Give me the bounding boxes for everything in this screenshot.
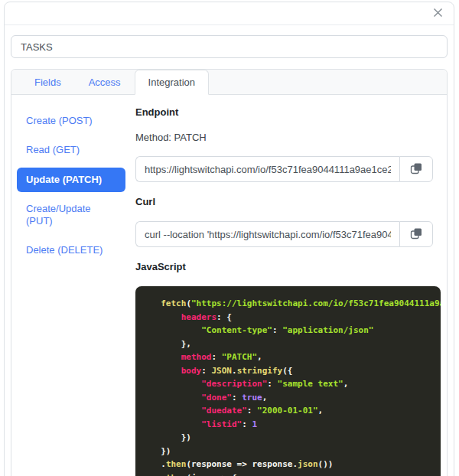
collection-name-input[interactable] [11, 35, 448, 58]
nav-item-create-update-put[interactable]: Create/Update (PUT) [17, 197, 125, 234]
code-block: fetch("https://lightswitchapi.com/io/f53… [135, 286, 441, 476]
integration-panel: Create (POST) Read (GET) Update (PATCH) … [11, 95, 447, 476]
nav-item-delete-delete[interactable]: Delete (DELETE) [17, 238, 125, 262]
copy-endpoint-button[interactable] [399, 156, 433, 182]
curl-command-input[interactable] [135, 221, 399, 247]
api-modal: Fields Access Integration Create (POST) … [4, 2, 454, 476]
nav-item-update-patch[interactable]: Update (PATCH) [17, 168, 125, 192]
copy-curl-button[interactable] [399, 221, 433, 247]
tab-integration[interactable]: Integration [135, 70, 209, 95]
tab-fields[interactable]: Fields [21, 70, 75, 95]
endpoint-url-group [135, 156, 433, 182]
curl-command-group [135, 221, 433, 247]
tab-access[interactable]: Access [75, 70, 135, 95]
modal-header [5, 2, 454, 25]
close-icon [432, 9, 444, 21]
endpoint-url-input[interactable] [135, 156, 399, 182]
curl-heading: Curl [135, 196, 441, 207]
tabs-card: Fields Access Integration Create (POST) … [11, 69, 448, 476]
close-button[interactable] [431, 7, 444, 21]
modal-body: Fields Access Integration Create (POST) … [5, 25, 454, 476]
nav-item-read-get[interactable]: Read (GET) [17, 138, 125, 162]
details-panel: Endpoint Method: PATCH [125, 106, 441, 476]
endpoint-heading: Endpoint [135, 106, 441, 118]
copy-icon [410, 162, 422, 177]
tab-bar: Fields Access Integration [11, 70, 447, 95]
nav-item-create-post[interactable]: Create (POST) [17, 109, 125, 133]
operations-nav: Create (POST) Read (GET) Update (PATCH) … [17, 106, 125, 476]
javascript-heading: JavaScript [135, 261, 441, 272]
method-label: Method: PATCH [135, 132, 441, 143]
copy-icon [410, 227, 422, 242]
